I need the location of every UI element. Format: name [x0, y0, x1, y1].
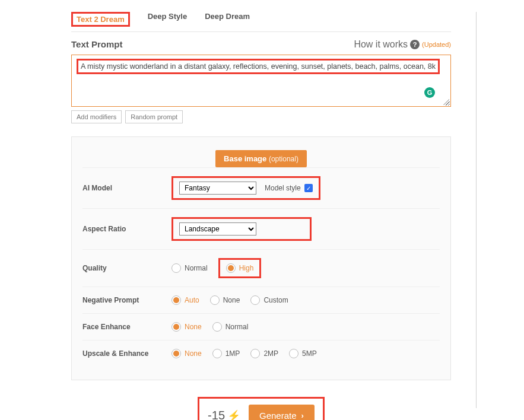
generate-button-label: Generate — [259, 411, 297, 420]
quality-high-highlight: High — [218, 258, 262, 278]
aspect-ratio-highlight: Landscape — [172, 217, 312, 241]
upscale-2mp-radio[interactable]: 2MP — [250, 349, 278, 358]
tab-text2dream-highlight: Text 2 Dream — [71, 12, 130, 27]
how-it-works-label: How it works — [354, 39, 408, 50]
face-none-label: None — [185, 323, 202, 331]
radio-icon — [172, 295, 181, 305]
updated-badge: (Updated) — [422, 41, 451, 48]
negative-label: Negative Prompt — [82, 296, 172, 304]
divider-right — [476, 12, 477, 408]
mode-tabs: Text 2 Dream Deep Style Deep Dream — [71, 12, 451, 32]
radio-icon — [289, 349, 298, 358]
face-normal-label: Normal — [226, 323, 249, 331]
negative-custom-label: Custom — [263, 296, 288, 304]
base-image-optional: (optional) — [269, 155, 298, 163]
quality-normal-radio[interactable]: Normal — [172, 263, 208, 273]
help-icon: ? — [410, 40, 420, 49]
resize-handle-icon[interactable] — [443, 99, 449, 105]
prompt-text: A misty mystic wonderland in a distant g… — [81, 62, 436, 71]
options-panel: Base image (optional) AI Model Fantasy M… — [71, 136, 451, 380]
upscale-1mp-radio[interactable]: 1MP — [212, 349, 240, 358]
upscale-1mp-label: 1MP — [226, 349, 240, 358]
ai-model-label: AI Model — [82, 184, 172, 192]
how-it-works-link[interactable]: How it works ? (Updated) — [354, 39, 451, 50]
negative-custom-radio[interactable]: Custom — [250, 295, 288, 305]
quality-normal-label: Normal — [185, 264, 208, 272]
bolt-icon: ⚡ — [227, 409, 240, 421]
credit-cost: -15 ⚡ — [208, 409, 240, 420]
generate-button[interactable]: Generate › — [249, 405, 315, 420]
radio-icon — [172, 263, 181, 273]
radio-icon — [212, 322, 222, 332]
face-label: Face Enhance — [82, 323, 172, 331]
aspect-ratio-select[interactable]: Landscape — [179, 222, 256, 236]
tab-text2dream[interactable]: Text 2 Dream — [77, 15, 125, 24]
ai-model-select[interactable]: Fantasy — [179, 182, 256, 195]
upscale-label: Upscale & Enhance — [82, 349, 172, 358]
radio-icon — [172, 349, 181, 358]
aspect-ratio-label: Aspect Ratio — [82, 225, 172, 233]
model-style-label: Model style — [265, 184, 301, 192]
negative-none-label: None — [223, 296, 240, 304]
tab-deep-style[interactable]: Deep Style — [148, 12, 187, 27]
negative-auto-radio[interactable]: Auto — [172, 295, 199, 305]
prompt-text-highlight: A misty mystic wonderland in a distant g… — [77, 59, 440, 74]
model-style-checkbox[interactable]: ✓ — [304, 184, 313, 192]
face-none-radio[interactable]: None — [172, 322, 202, 332]
base-image-button[interactable]: Base image (optional) — [215, 150, 307, 167]
base-image-label: Base image — [224, 154, 266, 163]
upscale-5mp-radio[interactable]: 5MP — [289, 349, 317, 358]
upscale-2mp-label: 2MP — [263, 349, 278, 358]
add-modifiers-button[interactable]: Add modifiers — [71, 110, 122, 123]
prompt-heading: Text Prompt — [71, 39, 122, 49]
prompt-textarea[interactable]: A misty mystic wonderland in a distant g… — [71, 55, 451, 107]
ai-model-highlight: Fantasy Model style ✓ — [172, 176, 320, 200]
grammarly-icon[interactable]: G — [424, 87, 435, 98]
negative-none-radio[interactable]: None — [210, 295, 240, 305]
upscale-none-label: None — [185, 349, 202, 358]
quality-label: Quality — [82, 264, 172, 272]
face-normal-radio[interactable]: Normal — [212, 322, 249, 332]
chevron-right-icon: › — [301, 411, 304, 420]
quality-high-label: High — [239, 264, 254, 272]
generate-highlight: -15 ⚡ Generate › — [198, 397, 325, 420]
radio-icon — [250, 295, 260, 305]
radio-icon — [172, 322, 181, 332]
negative-auto-label: Auto — [185, 296, 199, 304]
tab-deep-dream[interactable]: Deep Dream — [205, 12, 250, 27]
random-prompt-button[interactable]: Random prompt — [125, 110, 183, 123]
quality-high-radio[interactable]: High — [226, 263, 254, 273]
radio-icon — [250, 349, 260, 358]
upscale-5mp-label: 5MP — [302, 349, 317, 358]
radio-icon — [226, 263, 236, 273]
radio-icon — [212, 349, 222, 358]
credit-cost-value: -15 — [208, 409, 225, 420]
radio-icon — [210, 295, 220, 305]
upscale-none-radio[interactable]: None — [172, 349, 202, 358]
